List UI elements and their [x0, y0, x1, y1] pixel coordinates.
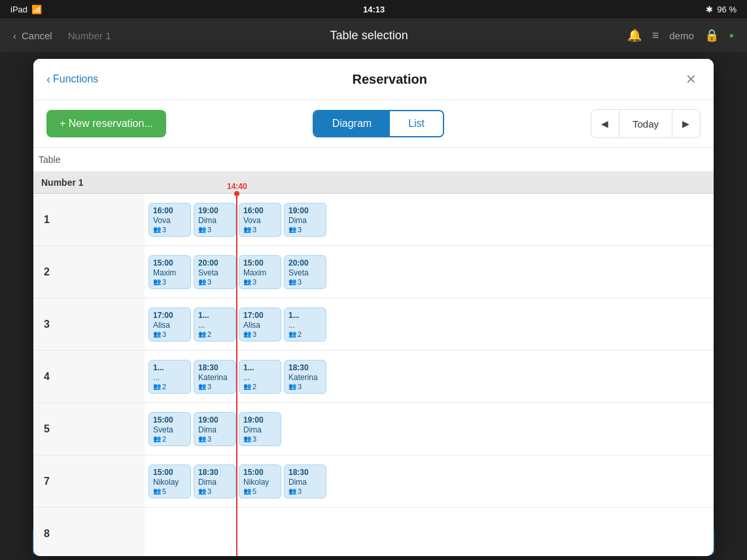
modal: ‹ Functions Reservation ✕ + New reservat…	[33, 59, 714, 556]
modal-back-button[interactable]: ‹ Functions	[46, 73, 98, 86]
bell-icon[interactable]: 🔔	[627, 28, 642, 43]
reservation-card[interactable]: 18:30Dima👥3	[284, 464, 326, 499]
row-label-1: 1	[33, 194, 145, 246]
status-time: 14:13	[363, 5, 385, 14]
ipad-label: iPad	[10, 5, 27, 14]
guests-icon: 👥	[288, 278, 296, 285]
card-time: 1...	[288, 311, 322, 320]
card-name: Maxim	[153, 268, 186, 277]
date-nav-buttons: ◀ Today ▶	[591, 109, 701, 138]
back-label[interactable]: Number 1	[68, 30, 111, 41]
nav-right: 🔔 ≡ demo 🔒 ●	[627, 28, 734, 43]
modal-title: Reservation	[352, 72, 427, 87]
card-name: ...	[288, 321, 322, 330]
reservation-card[interactable]: 15:00Sveta👥2	[148, 412, 191, 446]
reservation-card[interactable]: 18:30Katerina👥3	[284, 360, 326, 394]
table-row: 116:00Vova👥319:00Dima👥316:00Vova👥319:00D…	[33, 194, 714, 246]
time-line	[236, 196, 237, 556]
card-guests: 👥5	[153, 487, 186, 495]
modal-overlay: ‹ Functions Reservation ✕ + New reservat…	[0, 52, 747, 560]
card-time: 19:00	[288, 206, 322, 215]
guests-icon: 👥	[198, 330, 206, 338]
reservation-card[interactable]: 15:00Maxim👥3	[148, 255, 191, 289]
card-name: Sveta	[153, 425, 186, 434]
card-time: 15:00	[243, 468, 277, 477]
reservation-card[interactable]: 1......👥2	[284, 307, 326, 341]
card-name: Maxim	[243, 268, 277, 277]
reservation-card[interactable]: 20:00Sveta👥3	[284, 255, 326, 289]
guests-icon: 👥	[153, 435, 161, 442]
reservation-card[interactable]: 19:00Dima👥3	[284, 203, 326, 237]
card-name: Sveta	[288, 268, 322, 277]
card-name: ...	[153, 373, 186, 382]
card-time: 1...	[153, 363, 186, 372]
battery-label: 96 %	[717, 5, 737, 14]
table-row: 515:00Sveta👥219:00Dima👥319:00Dima👥3	[33, 403, 714, 455]
reservation-card[interactable]: 15:00Nikolay👥5	[148, 464, 191, 499]
table-row: 317:00Alisa👥31......👥217:00Alisa👥31.....…	[33, 298, 714, 351]
card-time: 16:00	[243, 206, 277, 215]
list-tab[interactable]: List	[390, 111, 443, 136]
card-guests: 👥3	[243, 435, 277, 443]
bluetooth-icon: ✱	[706, 5, 713, 14]
card-time: 15:00	[243, 258, 277, 268]
guests-icon: 👥	[288, 383, 296, 390]
table-col-header: Table	[33, 148, 145, 172]
close-button[interactable]: ✕	[681, 69, 701, 89]
row-label-5: 5	[33, 403, 145, 455]
view-toggle: Diagram List	[313, 110, 444, 137]
reservation-card[interactable]: 1......👥2	[148, 360, 191, 394]
diagram-tab[interactable]: Diagram	[314, 111, 390, 136]
nav-bar: ‹ Cancel Number 1 Table selection 🔔 ≡ de…	[0, 18, 747, 52]
diagram-table: Table Number 1116:00Vova👥319:00Dima👥316:…	[33, 148, 714, 556]
today-button[interactable]: Today	[619, 109, 672, 138]
table-row: 41......👥218:30Katerina👥31......👥218:30K…	[33, 351, 714, 403]
card-name: Nikolay	[243, 478, 277, 487]
card-name: ...	[243, 373, 277, 382]
row-label-8: 8	[33, 508, 145, 557]
guests-icon: 👥	[153, 330, 161, 338]
card-name: Dima	[288, 478, 322, 487]
time-dot	[234, 191, 239, 196]
reservation-card[interactable]: 16:00Vova👥3	[148, 203, 191, 237]
time-indicator: 14:40	[227, 182, 247, 556]
card-guests: 👥3	[243, 226, 277, 234]
new-reservation-button[interactable]: + New reservation...	[46, 110, 166, 137]
wifi-icon: 📶	[31, 5, 42, 14]
diagram-container[interactable]: 14:40 Table Number 1116:00Vova👥319:00Dim…	[33, 148, 714, 556]
row-label-2: 2	[33, 246, 145, 298]
time-col-header	[145, 148, 714, 172]
card-guests: 👥5	[243, 487, 277, 495]
card-time: 20:00	[288, 258, 322, 268]
card-guests: 👥3	[288, 226, 322, 234]
guests-icon: 👥	[153, 383, 161, 390]
card-guests: 👥3	[288, 487, 322, 495]
next-button[interactable]: ▶	[672, 109, 701, 138]
card-guests: 👥2	[243, 383, 277, 391]
guests-icon: 👥	[153, 487, 161, 495]
back-chevron-icon: ‹	[46, 73, 50, 86]
lock-icon[interactable]: 🔒	[704, 28, 719, 43]
guests-icon: 👥	[198, 278, 206, 285]
prev-button[interactable]: ◀	[591, 109, 619, 138]
card-guests: 👥3	[243, 278, 277, 286]
back-label: Functions	[53, 73, 98, 85]
guests-icon: 👥	[198, 226, 206, 233]
menu-icon[interactable]: ≡	[652, 29, 659, 43]
table-header-row: Table	[33, 148, 714, 172]
card-name: Dima	[288, 216, 322, 225]
card-guests: 👥2	[288, 330, 322, 338]
card-name: Vova	[243, 216, 277, 225]
guests-icon: 👥	[288, 226, 296, 233]
guests-icon: 👥	[198, 383, 206, 390]
card-name: Nikolay	[153, 478, 186, 487]
cancel-button[interactable]: Cancel	[22, 30, 52, 41]
row-label-3: 3	[33, 298, 145, 351]
card-name: Katerina	[288, 373, 322, 382]
user-label: demo	[669, 30, 694, 41]
reservation-card[interactable]: 17:00Alisa👥3	[148, 307, 191, 341]
card-time: 18:30	[288, 363, 322, 372]
row-label-4: 4	[33, 351, 145, 403]
guests-icon: 👥	[198, 487, 206, 495]
row-label-7: 7	[33, 455, 145, 508]
